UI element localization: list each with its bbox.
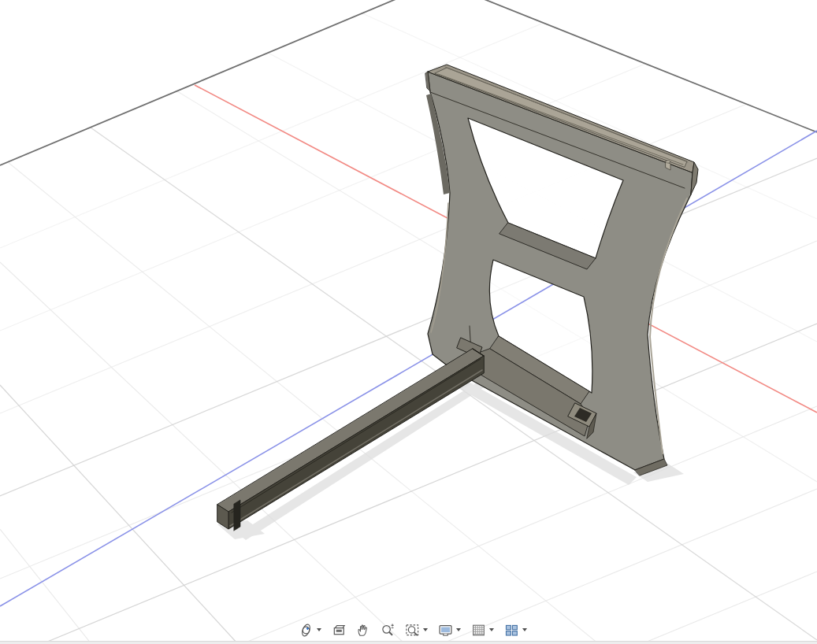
orbit-icon (299, 623, 314, 638)
pan-button[interactable] (355, 620, 373, 639)
cad-viewport[interactable] (0, 0, 817, 644)
fit-button[interactable] (403, 620, 422, 639)
grid-dropdown-caret[interactable] (489, 628, 494, 631)
viewports-icon (504, 623, 519, 638)
look-at-icon (332, 623, 347, 638)
window-bottom-edge (0, 641, 817, 644)
grid-and-snaps-button[interactable] (470, 620, 488, 639)
viewports-dropdown-caret[interactable] (522, 628, 527, 631)
fit-dropdown-caret[interactable] (423, 628, 428, 631)
scene-canvas[interactable] (0, 0, 817, 644)
display-settings-icon (438, 623, 453, 638)
fit-icon (405, 623, 420, 638)
stretcher-end-notch (234, 500, 240, 531)
navigation-toolbar (297, 620, 530, 639)
zoom-button[interactable] (379, 620, 398, 639)
orbit-dropdown-caret[interactable] (317, 628, 321, 631)
zoom-icon (381, 623, 396, 638)
pan-hand-icon (356, 623, 371, 638)
viewports-button[interactable] (503, 620, 522, 639)
dowel-pin-top (666, 161, 670, 163)
look-at-button[interactable] (330, 620, 349, 639)
orbit-button[interactable] (297, 620, 316, 639)
display-settings-dropdown-caret[interactable] (456, 628, 461, 631)
display-settings-button[interactable] (436, 620, 455, 639)
viewport-background (0, 0, 817, 644)
grid-icon (471, 623, 486, 638)
